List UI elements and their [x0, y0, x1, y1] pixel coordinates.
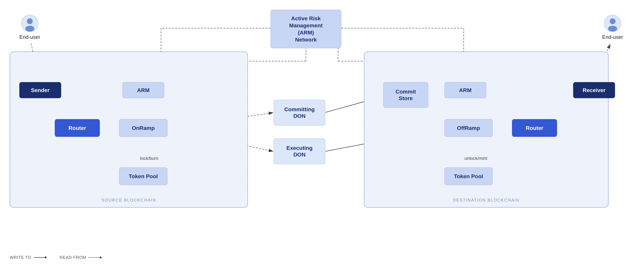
- unlock-mint-label: unlock/mint: [464, 156, 487, 161]
- offramp-node: OffRamp: [444, 119, 493, 137]
- committing-don-node: Committing DON: [274, 100, 325, 126]
- source-blockchain-label: SOURCE BLOCKCHAIN: [102, 198, 156, 203]
- legend-write-label: WRITE TO: [10, 255, 31, 260]
- left-end-user: End-user: [19, 14, 40, 40]
- router-right-node: Router: [512, 119, 557, 137]
- sender-node: Sender: [19, 82, 61, 98]
- commit-store-label: Commit Store: [396, 88, 416, 102]
- svg-point-37: [27, 18, 33, 24]
- receiver-node: Receiver: [573, 82, 615, 98]
- arm-top-label: Active Risk Management (ARM) Network: [289, 15, 323, 43]
- arm-right-label: ARM: [459, 87, 472, 94]
- router-left-label: Router: [68, 125, 86, 131]
- left-user-label: End-user: [19, 34, 40, 40]
- svg-point-40: [610, 18, 616, 24]
- destination-blockchain-label: DESTINATION BLOCKCHAIN: [453, 198, 520, 203]
- arm-left-label: ARM: [137, 87, 150, 94]
- executing-don-node: Executing DON: [274, 138, 325, 164]
- token-pool-right-label: Token Pool: [454, 173, 483, 180]
- right-end-user: End-user: [602, 14, 623, 40]
- router-right-label: Router: [526, 125, 544, 131]
- commit-store-node: Commit Store: [383, 82, 428, 108]
- lock-burn-label: lock/burn: [140, 156, 158, 161]
- router-left-node: Router: [55, 119, 100, 137]
- right-user-label: End-user: [602, 34, 623, 40]
- legend-read-line: [89, 257, 102, 258]
- legend-write: WRITE TO: [10, 255, 47, 260]
- left-user-avatar-icon: [21, 14, 39, 32]
- executing-don-label: Executing DON: [286, 145, 312, 158]
- sender-label: Sender: [31, 87, 50, 94]
- offramp-label: OffRamp: [457, 125, 480, 131]
- arm-top-box: Active Risk Management (ARM) Network: [270, 10, 341, 48]
- token-pool-left-node: Token Pool: [119, 168, 168, 185]
- legend: WRITE TO READ FROM: [10, 255, 102, 260]
- svg-point-38: [25, 26, 34, 32]
- arm-left-node: ARM: [122, 82, 164, 98]
- legend-read-label: READ FROM: [60, 255, 86, 260]
- right-user-avatar-icon: [604, 14, 622, 32]
- legend-read: READ FROM: [60, 255, 102, 260]
- onramp-label: OnRamp: [132, 125, 155, 131]
- diagram-container: End-user End-user Active Risk Management…: [0, 0, 644, 268]
- token-pool-left-label: Token Pool: [129, 173, 158, 180]
- token-pool-right-node: Token Pool: [444, 168, 493, 185]
- committing-don-label: Committing DON: [284, 106, 315, 119]
- svg-point-41: [608, 26, 617, 32]
- arm-right-node: ARM: [444, 82, 486, 98]
- legend-write-line: [34, 257, 47, 258]
- onramp-node: OnRamp: [119, 119, 168, 137]
- receiver-label: Receiver: [583, 87, 606, 94]
